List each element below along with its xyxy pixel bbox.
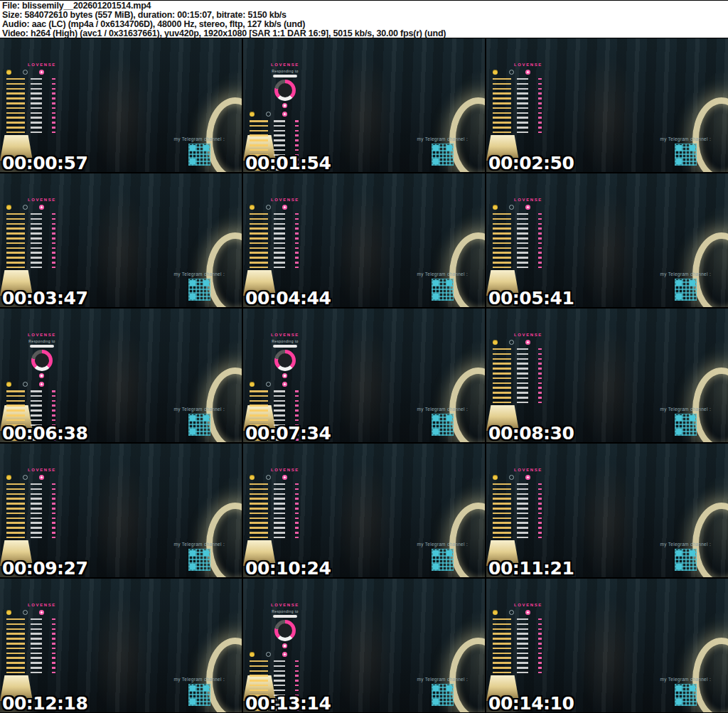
telegram-overlay: my Telegram channel :: [660, 542, 711, 571]
heart-icon: [525, 205, 530, 210]
timestamp-overlay: 00:04:44: [245, 289, 331, 307]
gear-icon: [509, 205, 514, 210]
heart-icon: [525, 340, 530, 345]
telegram-label: my Telegram channel :: [173, 542, 225, 547]
video-thumbnail: LOVENSE Responding to my Telegram cha: [243, 173, 485, 307]
hud-icon-row: [6, 70, 44, 75]
tip-menu-overlay: LOVENSE Responding to: [5, 198, 79, 272]
timestamp-overlay: 00:10:24: [245, 559, 331, 577]
lovense-logo: LOVENSE: [514, 468, 542, 472]
tip-menu-overlay: LOVENSE Responding to: [5, 63, 79, 136]
timestamp-overlay: 00:12:18: [2, 695, 87, 712]
heart-icon: [39, 382, 44, 387]
telegram-label: my Telegram channel :: [417, 542, 468, 547]
coin-icon: [6, 610, 11, 615]
heart-icon: [282, 112, 287, 117]
lovense-logo: LOVENSE: [28, 603, 56, 607]
tip-menu-overlay: LOVENSE Responding to: [248, 468, 322, 542]
gear-icon: [23, 382, 28, 387]
coin-icon: [250, 475, 255, 480]
video-thumbnail: LOVENSE Responding to my Telegram cha: [243, 579, 485, 712]
thumbnail-image: LOVENSE Responding to my Telegram cha: [486, 444, 728, 577]
timestamp-overlay: 00:02:50: [488, 154, 574, 172]
coin-icon: [6, 475, 11, 480]
telegram-overlay: my Telegram channel :: [173, 272, 225, 301]
coin-icon: [493, 475, 498, 480]
coin-icon: [250, 382, 255, 387]
timestamp-overlay: 00:13:14: [245, 695, 331, 712]
heart-icon: [39, 205, 44, 210]
timestamp-overlay: 00:09:27: [2, 559, 87, 577]
hud-icon-row: [250, 652, 287, 657]
hud-icon-row: [6, 382, 44, 387]
coin-icon: [6, 205, 11, 210]
tip-menu-rows: [493, 348, 550, 407]
lovense-logo: LOVENSE: [514, 63, 542, 67]
telegram-overlay: my Telegram channel :: [660, 136, 711, 166]
telegram-label: my Telegram channel :: [417, 677, 468, 682]
video-thumbnail: LOVENSE Responding to my Telegram cha: [243, 38, 485, 172]
tip-menu-rows: [6, 618, 63, 677]
thumbnail-image: LOVENSE Responding to my Telegram cha: [486, 579, 728, 712]
gear-icon: [23, 475, 28, 480]
gear-icon: [266, 112, 271, 117]
telegram-label: my Telegram channel :: [660, 677, 711, 682]
telegram-label: my Telegram channel :: [173, 136, 225, 141]
coin-icon: [6, 70, 11, 75]
audio-info-line: Audio: aac (LC) (mp4a / 0x6134706D), 480…: [2, 20, 726, 29]
responding-username: [273, 75, 297, 77]
heart-icon: [525, 610, 530, 615]
thumbnail-image: LOVENSE Responding to my Telegram cha: [486, 309, 728, 442]
coin-icon: [493, 340, 498, 345]
gear-icon: [509, 610, 514, 615]
timestamp-overlay: 00:00:57: [2, 154, 87, 172]
telegram-label: my Telegram channel :: [417, 407, 468, 412]
tip-menu-rows: [6, 483, 63, 542]
gear-icon: [509, 70, 514, 75]
hud-icon-row: [250, 475, 287, 480]
gear-icon: [266, 205, 271, 210]
hud-icon-row: [493, 205, 530, 210]
tip-menu-overlay: LOVENSE Responding to: [491, 603, 565, 677]
thumbnail-image: LOVENSE Responding to my Telegram cha: [486, 173, 728, 307]
qr-code-icon: [432, 549, 454, 571]
thumbnail-image: LOVENSE Responding to my Telegram cha: [486, 38, 728, 172]
lovense-logo: LOVENSE: [28, 468, 56, 472]
telegram-overlay: my Telegram channel :: [417, 407, 468, 436]
qr-code-icon: [432, 684, 454, 706]
toy-icon: [282, 373, 287, 378]
lovense-logo: LOVENSE: [28, 198, 56, 202]
timestamp-overlay: 00:08:30: [488, 424, 574, 442]
coin-icon: [250, 112, 255, 117]
qr-code-icon: [432, 144, 454, 166]
telegram-overlay: my Telegram channel :: [660, 272, 711, 301]
lovense-logo: LOVENSE: [271, 333, 299, 337]
qr-code-icon: [188, 144, 210, 166]
telegram-overlay: my Telegram channel :: [660, 677, 711, 706]
telegram-overlay: my Telegram channel :: [417, 136, 468, 166]
video-thumbnail: LOVENSE Responding to my Telegram cha: [486, 309, 728, 442]
thumbnail-image: LOVENSE Responding to my Telegram cha: [0, 173, 242, 307]
thumbnail-image: LOVENSE Responding to my Telegram cha: [0, 38, 242, 172]
heart-icon: [39, 475, 44, 480]
video-thumbnail: LOVENSE Responding to my Telegram cha: [486, 173, 728, 307]
thumbnail-image: LOVENSE Responding to my Telegram cha: [243, 38, 485, 172]
thumbnail-image: LOVENSE Responding to my Telegram cha: [0, 444, 242, 577]
video-thumbnail: LOVENSE Responding to my Telegram cha: [0, 38, 242, 172]
thumbnail-image: LOVENSE Responding to my Telegram cha: [0, 309, 242, 442]
hud-icon-row: [493, 340, 530, 345]
video-thumbnail: LOVENSE Responding to my Telegram cha: [0, 579, 242, 712]
lovense-logo: LOVENSE: [271, 198, 299, 202]
qr-code-icon: [675, 144, 697, 166]
tip-menu-rows: [493, 78, 550, 136]
telegram-label: my Telegram channel :: [660, 136, 711, 141]
telegram-overlay: my Telegram channel :: [173, 136, 225, 166]
telegram-label: my Telegram channel :: [660, 272, 711, 277]
heart-icon: [525, 475, 530, 480]
qr-code-icon: [188, 279, 210, 301]
gear-icon: [23, 70, 28, 75]
heart-icon: [525, 70, 530, 75]
response-gauge: Responding to: [272, 339, 298, 378]
gear-icon: [266, 652, 271, 657]
telegram-overlay: my Telegram channel :: [173, 407, 225, 436]
